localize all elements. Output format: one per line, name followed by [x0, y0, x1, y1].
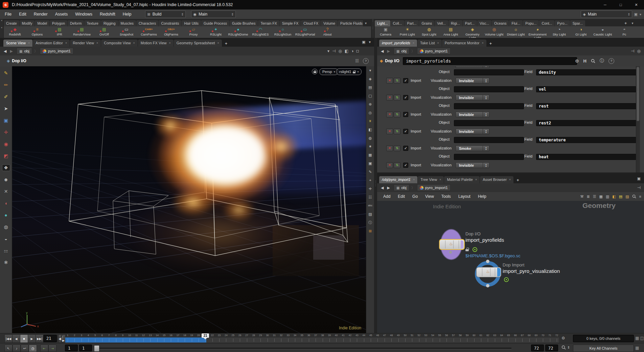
- jump-start-button[interactable]: |◀◀: [4, 334, 13, 343]
- pane-tab-composite-view[interactable]: Composite View×: [101, 40, 138, 47]
- close-tab-icon[interactable]: ×: [475, 176, 477, 183]
- target-icon[interactable]: ◎: [369, 111, 372, 115]
- scale-tool[interactable]: ◩: [2, 152, 10, 159]
- shelf-tab-rigging[interactable]: Rigging: [101, 20, 118, 26]
- nav-back-icon[interactable]: ◀: [2, 49, 8, 53]
- import-checkbox[interactable]: ✓: [403, 129, 408, 134]
- frame-ruler[interactable]: 1234567891011121314151617181920212223242…: [65, 333, 559, 343]
- remove-field-button[interactable]: ✕: [386, 145, 393, 151]
- secure-selection-tool[interactable]: ▣: [2, 117, 10, 124]
- help-icon[interactable]: ?: [608, 58, 614, 64]
- reorder-field-button[interactable]: ⇅: [394, 95, 400, 100]
- pane-tab-render-view[interactable]: Render View×: [70, 40, 101, 47]
- texture-icon[interactable]: ▤: [368, 85, 372, 89]
- pane-divider[interactable]: ⋮⋮: [374, 38, 377, 333]
- shelf-add-tab-button[interactable]: +: [622, 20, 630, 26]
- import-checkbox[interactable]: ✓: [403, 78, 408, 83]
- playbar-options-icon[interactable]: ↖: [4, 345, 13, 352]
- search-icon[interactable]: [561, 345, 566, 350]
- visualization-dropdown[interactable]: Invisible▲▼: [456, 112, 489, 117]
- field-value-input[interactable]: heat: [536, 154, 636, 160]
- range-end-alt-field[interactable]: 72: [545, 345, 558, 351]
- grid-icon[interactable]: ☷: [369, 195, 372, 199]
- shelf-tab-cont-[interactable]: Cont...: [539, 20, 554, 26]
- scene-viewport[interactable]: Persp ▾ rslight1 ▾ Indie Edition y x: [12, 66, 366, 333]
- pivot-icon[interactable]: ⌖: [369, 178, 371, 182]
- shelf-tab-coll-[interactable]: Coll...: [391, 20, 405, 26]
- pane-tab-import-pyrofields[interactable]: import_pyrofields×: [379, 40, 417, 47]
- close-tab-icon[interactable]: ×: [413, 40, 414, 47]
- cube-icon[interactable]: ◧: [368, 127, 372, 132]
- network-menu-add[interactable]: Add: [383, 194, 390, 199]
- close-tab-icon[interactable]: ×: [133, 40, 135, 47]
- pane-tab-tree-view[interactable]: Tree View×: [418, 176, 444, 183]
- node-name-field[interactable]: import_pyrofields: [403, 57, 577, 65]
- pane-maximize-icon[interactable]: ▣: [362, 40, 365, 44]
- object-input[interactable]: [454, 86, 524, 92]
- pane-layout-icon[interactable]: ▣: [634, 12, 638, 17]
- shelf-tab-visc-[interactable]: Visc...: [477, 20, 491, 26]
- nav-forward-icon[interactable]: ▶: [385, 49, 391, 53]
- bones-tool[interactable]: ✕: [2, 188, 10, 195]
- shelf-tab-oceans[interactable]: Oceans: [492, 20, 509, 26]
- image-plane-icon[interactable]: ▦: [368, 153, 372, 157]
- pc-light-tool[interactable]: ◓Pc: [614, 26, 635, 38]
- list-icon[interactable]: ☰: [593, 194, 596, 199]
- edit-icon[interactable]: ✎: [369, 170, 372, 174]
- object-input[interactable]: [454, 137, 524, 143]
- close-tab-icon[interactable]: ×: [482, 40, 483, 47]
- pane-menu-caret-icon[interactable]: ▾: [369, 40, 371, 44]
- area-light-tool[interactable]: ▤Area Light: [440, 26, 462, 38]
- shelf-tab-volume[interactable]: Volume: [321, 20, 338, 26]
- node-import-pyro-visualization[interactable]: ♨: [476, 267, 501, 277]
- shelf-tab-hair-utils[interactable]: Hair Utils: [182, 20, 201, 26]
- spinner-icon[interactable]: ⇕: [567, 346, 570, 349]
- visualization-dropdown[interactable]: Invisible▲▼: [456, 162, 489, 168]
- field-value-input[interactable]: vel: [536, 86, 636, 92]
- lighting-icon[interactable]: ☀: [369, 119, 372, 123]
- network-menu-tools[interactable]: Tools: [441, 194, 451, 199]
- undo-icon[interactable]: ↩: [21, 345, 29, 352]
- field-value-input[interactable]: density: [536, 69, 636, 75]
- detail-view-icon[interactable]: ▥: [606, 194, 609, 199]
- close-tab-icon[interactable]: ×: [413, 176, 415, 183]
- options-tool[interactable]: ≡Options: [26, 26, 48, 38]
- network-canvas[interactable]: Indie Edition Geometry ♨ Dop I/O import_…: [377, 201, 644, 333]
- rslight-tool[interactable]: ✦RSLight: [205, 26, 227, 38]
- network-view-selector[interactable]: ◈ Main ⇕: [581, 10, 632, 18]
- path-context-chip[interactable]: ▦ obj: [394, 48, 409, 54]
- follow-target-icon[interactable]: ◎: [637, 49, 641, 53]
- pane-tab-scene-view[interactable]: Scene View×: [3, 40, 32, 47]
- path-node-chip[interactable]: pyro_import1: [417, 184, 451, 191]
- shelf-tab-spar-[interactable]: Spar...: [570, 20, 585, 26]
- info-icon[interactable]: ⓘ: [368, 220, 372, 225]
- audio-icon[interactable]: ♪: [13, 345, 21, 352]
- nav-forward-icon[interactable]: ▶: [8, 49, 14, 53]
- volume-light-tool[interactable]: ◎Volume Light: [483, 26, 505, 38]
- object-input[interactable]: [454, 103, 524, 109]
- display-options-icon[interactable]: □: [356, 49, 359, 53]
- pane-grid-icons[interactable]: ▦: [635, 346, 639, 350]
- range-start-field[interactable]: 1: [65, 345, 78, 351]
- node-input-dot[interactable]: [486, 260, 489, 263]
- shelf-tab-simple-fx[interactable]: Simple FX: [280, 20, 301, 26]
- range-start-alt-field[interactable]: 1: [79, 345, 92, 351]
- close-tab-icon[interactable]: ×: [217, 40, 219, 47]
- remove-field-button[interactable]: ✕: [386, 95, 393, 100]
- close-tab-icon[interactable]: ×: [509, 176, 511, 183]
- network-menu-edit[interactable]: Edit: [398, 194, 405, 199]
- play-button[interactable]: ▶: [28, 334, 36, 343]
- reorder-field-button[interactable]: ⇅: [394, 145, 400, 151]
- shelf-tab-modify[interactable]: Modify: [20, 20, 35, 26]
- objparms-tool[interactable]: OBJ+ObjParms: [160, 26, 182, 38]
- close-tab-icon[interactable]: ×: [28, 40, 30, 47]
- shade-icon[interactable]: ▨: [625, 194, 629, 199]
- snapshot-icon[interactable]: ▨: [368, 212, 372, 216]
- crosshair-icon[interactable]: ⊕: [369, 102, 372, 106]
- close-tab-icon[interactable]: ×: [65, 40, 67, 47]
- environment-light-tool[interactable]: ◕Environment Light: [527, 26, 548, 38]
- shelf-scroll-strip[interactable]: ▲: [0, 19, 4, 26]
- current-frame-marker[interactable]: 21: [202, 333, 209, 338]
- pose-tool[interactable]: ❖: [2, 164, 10, 171]
- rslightsun-tool[interactable]: ○RSLightSun: [272, 26, 294, 38]
